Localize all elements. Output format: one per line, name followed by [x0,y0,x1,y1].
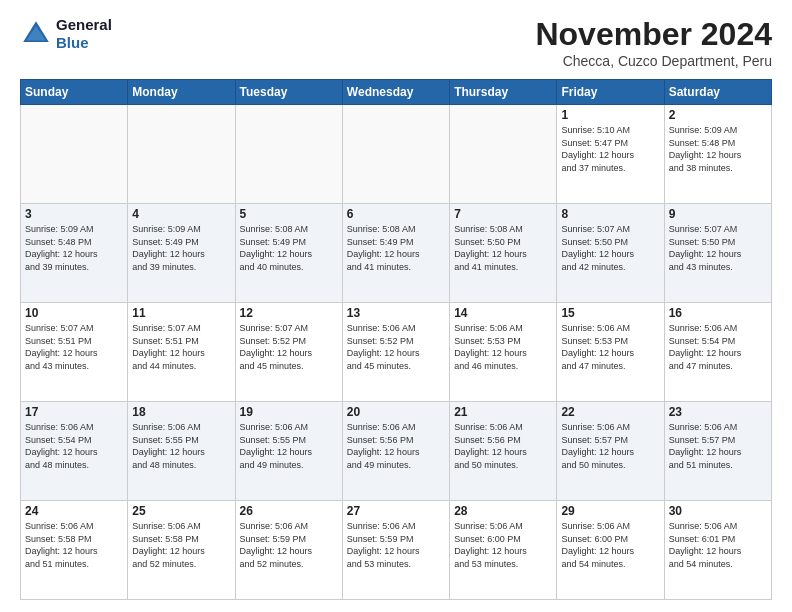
day-cell: 13Sunrise: 5:06 AM Sunset: 5:52 PM Dayli… [342,303,449,402]
day-cell [450,105,557,204]
col-header-monday: Monday [128,80,235,105]
day-cell: 29Sunrise: 5:06 AM Sunset: 6:00 PM Dayli… [557,501,664,600]
day-cell: 2Sunrise: 5:09 AM Sunset: 5:48 PM Daylig… [664,105,771,204]
day-info: Sunrise: 5:06 AM Sunset: 5:56 PM Dayligh… [454,421,552,471]
day-number: 25 [132,504,230,518]
day-number: 17 [25,405,123,419]
day-info: Sunrise: 5:06 AM Sunset: 5:53 PM Dayligh… [561,322,659,372]
day-number: 6 [347,207,445,221]
day-cell: 8Sunrise: 5:07 AM Sunset: 5:50 PM Daylig… [557,204,664,303]
day-number: 21 [454,405,552,419]
calendar-table: SundayMondayTuesdayWednesdayThursdayFrid… [20,79,772,600]
day-number: 10 [25,306,123,320]
col-header-wednesday: Wednesday [342,80,449,105]
day-info: Sunrise: 5:06 AM Sunset: 5:54 PM Dayligh… [25,421,123,471]
day-number: 18 [132,405,230,419]
day-info: Sunrise: 5:06 AM Sunset: 5:58 PM Dayligh… [132,520,230,570]
day-cell: 23Sunrise: 5:06 AM Sunset: 5:57 PM Dayli… [664,402,771,501]
day-cell: 7Sunrise: 5:08 AM Sunset: 5:50 PM Daylig… [450,204,557,303]
day-number: 15 [561,306,659,320]
day-info: Sunrise: 5:06 AM Sunset: 5:56 PM Dayligh… [347,421,445,471]
day-info: Sunrise: 5:07 AM Sunset: 5:50 PM Dayligh… [561,223,659,273]
day-info: Sunrise: 5:06 AM Sunset: 5:59 PM Dayligh… [240,520,338,570]
day-number: 27 [347,504,445,518]
day-number: 2 [669,108,767,122]
header: General Blue November 2024 Checca, Cuzco… [20,16,772,69]
day-cell [235,105,342,204]
day-info: Sunrise: 5:07 AM Sunset: 5:52 PM Dayligh… [240,322,338,372]
day-info: Sunrise: 5:06 AM Sunset: 5:59 PM Dayligh… [347,520,445,570]
day-number: 3 [25,207,123,221]
page: General Blue November 2024 Checca, Cuzco… [0,0,792,612]
logo: General Blue [20,16,112,52]
day-info: Sunrise: 5:07 AM Sunset: 5:51 PM Dayligh… [132,322,230,372]
day-info: Sunrise: 5:07 AM Sunset: 5:51 PM Dayligh… [25,322,123,372]
col-header-friday: Friday [557,80,664,105]
day-cell: 26Sunrise: 5:06 AM Sunset: 5:59 PM Dayli… [235,501,342,600]
day-number: 4 [132,207,230,221]
day-number: 7 [454,207,552,221]
title-block: November 2024 Checca, Cuzco Department, … [535,16,772,69]
day-cell: 30Sunrise: 5:06 AM Sunset: 6:01 PM Dayli… [664,501,771,600]
day-cell: 16Sunrise: 5:06 AM Sunset: 5:54 PM Dayli… [664,303,771,402]
day-number: 8 [561,207,659,221]
day-info: Sunrise: 5:06 AM Sunset: 5:55 PM Dayligh… [240,421,338,471]
day-cell [21,105,128,204]
day-number: 28 [454,504,552,518]
day-cell: 1Sunrise: 5:10 AM Sunset: 5:47 PM Daylig… [557,105,664,204]
day-cell: 4Sunrise: 5:09 AM Sunset: 5:49 PM Daylig… [128,204,235,303]
day-number: 1 [561,108,659,122]
location: Checca, Cuzco Department, Peru [535,53,772,69]
day-info: Sunrise: 5:07 AM Sunset: 5:50 PM Dayligh… [669,223,767,273]
logo-text: General Blue [56,16,112,52]
day-cell: 19Sunrise: 5:06 AM Sunset: 5:55 PM Dayli… [235,402,342,501]
day-number: 12 [240,306,338,320]
day-cell: 25Sunrise: 5:06 AM Sunset: 5:58 PM Dayli… [128,501,235,600]
day-number: 29 [561,504,659,518]
day-info: Sunrise: 5:08 AM Sunset: 5:50 PM Dayligh… [454,223,552,273]
week-row-0: 1Sunrise: 5:10 AM Sunset: 5:47 PM Daylig… [21,105,772,204]
day-info: Sunrise: 5:06 AM Sunset: 5:57 PM Dayligh… [561,421,659,471]
day-cell: 10Sunrise: 5:07 AM Sunset: 5:51 PM Dayli… [21,303,128,402]
day-cell: 5Sunrise: 5:08 AM Sunset: 5:49 PM Daylig… [235,204,342,303]
day-number: 5 [240,207,338,221]
day-info: Sunrise: 5:06 AM Sunset: 5:54 PM Dayligh… [669,322,767,372]
day-number: 19 [240,405,338,419]
day-number: 20 [347,405,445,419]
day-cell: 27Sunrise: 5:06 AM Sunset: 5:59 PM Dayli… [342,501,449,600]
week-row-4: 24Sunrise: 5:06 AM Sunset: 5:58 PM Dayli… [21,501,772,600]
day-number: 16 [669,306,767,320]
day-number: 11 [132,306,230,320]
day-number: 14 [454,306,552,320]
day-number: 23 [669,405,767,419]
day-info: Sunrise: 5:09 AM Sunset: 5:48 PM Dayligh… [25,223,123,273]
day-number: 24 [25,504,123,518]
day-cell: 6Sunrise: 5:08 AM Sunset: 5:49 PM Daylig… [342,204,449,303]
header-row: SundayMondayTuesdayWednesdayThursdayFrid… [21,80,772,105]
day-info: Sunrise: 5:09 AM Sunset: 5:48 PM Dayligh… [669,124,767,174]
day-info: Sunrise: 5:10 AM Sunset: 5:47 PM Dayligh… [561,124,659,174]
day-number: 9 [669,207,767,221]
day-cell: 12Sunrise: 5:07 AM Sunset: 5:52 PM Dayli… [235,303,342,402]
day-cell: 22Sunrise: 5:06 AM Sunset: 5:57 PM Dayli… [557,402,664,501]
week-row-1: 3Sunrise: 5:09 AM Sunset: 5:48 PM Daylig… [21,204,772,303]
day-cell: 28Sunrise: 5:06 AM Sunset: 6:00 PM Dayli… [450,501,557,600]
day-info: Sunrise: 5:08 AM Sunset: 5:49 PM Dayligh… [240,223,338,273]
day-info: Sunrise: 5:06 AM Sunset: 6:00 PM Dayligh… [561,520,659,570]
col-header-thursday: Thursday [450,80,557,105]
week-row-3: 17Sunrise: 5:06 AM Sunset: 5:54 PM Dayli… [21,402,772,501]
week-row-2: 10Sunrise: 5:07 AM Sunset: 5:51 PM Dayli… [21,303,772,402]
day-cell: 15Sunrise: 5:06 AM Sunset: 5:53 PM Dayli… [557,303,664,402]
month-title: November 2024 [535,16,772,53]
day-cell: 17Sunrise: 5:06 AM Sunset: 5:54 PM Dayli… [21,402,128,501]
col-header-saturday: Saturday [664,80,771,105]
day-cell: 18Sunrise: 5:06 AM Sunset: 5:55 PM Dayli… [128,402,235,501]
day-cell: 9Sunrise: 5:07 AM Sunset: 5:50 PM Daylig… [664,204,771,303]
col-header-sunday: Sunday [21,80,128,105]
col-header-tuesday: Tuesday [235,80,342,105]
day-info: Sunrise: 5:06 AM Sunset: 5:55 PM Dayligh… [132,421,230,471]
logo-icon [20,18,52,50]
day-number: 26 [240,504,338,518]
day-info: Sunrise: 5:06 AM Sunset: 6:01 PM Dayligh… [669,520,767,570]
day-cell [342,105,449,204]
